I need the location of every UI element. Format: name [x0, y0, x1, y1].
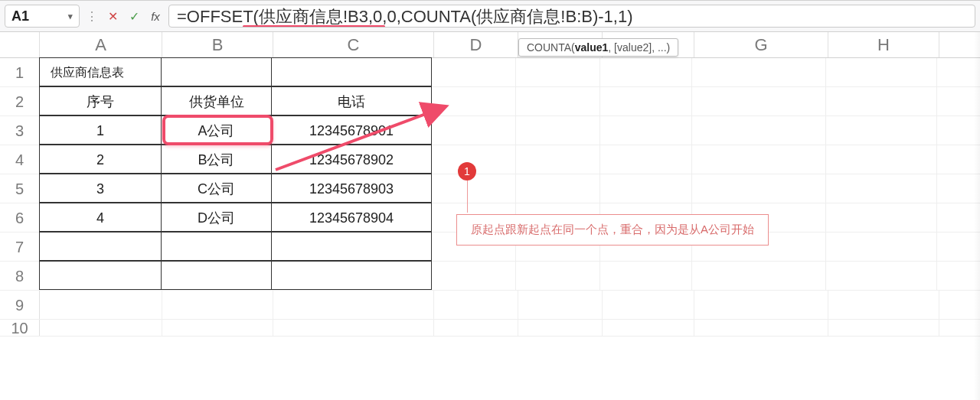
row-header-3[interactable]: 3 [0, 116, 40, 145]
cell-B6[interactable]: D公司 [161, 203, 272, 232]
cell-C6[interactable]: 12345678904 [271, 203, 432, 232]
cell-H2[interactable] [826, 87, 937, 115]
cell-G5[interactable] [692, 174, 826, 203]
cell-D1[interactable] [432, 58, 516, 86]
cell-C4[interactable]: 12345678902 [271, 145, 432, 174]
cell-H3[interactable] [826, 116, 937, 145]
row-4: 4 2 B公司 12345678902 [0, 145, 980, 174]
select-all-corner[interactable] [0, 32, 40, 57]
cell-F8[interactable] [600, 262, 692, 290]
cell-E5[interactable] [516, 174, 600, 203]
cell-E3[interactable] [516, 116, 600, 145]
cell-F10[interactable] [603, 320, 694, 336]
cell-F3[interactable] [600, 116, 692, 145]
cell-H1[interactable] [826, 58, 937, 86]
cell-H5[interactable] [826, 174, 937, 203]
row-header-2[interactable]: 2 [0, 87, 40, 115]
col-header-C[interactable]: C [273, 32, 434, 57]
cell-H9[interactable] [828, 291, 939, 319]
row-3: 3 1 A公司 12345678901 [0, 116, 980, 145]
fx-icon[interactable]: fx [147, 6, 164, 26]
col-header-A[interactable]: A [40, 32, 162, 57]
cell-B4[interactable]: B公司 [161, 145, 272, 174]
cell-D3[interactable] [432, 116, 516, 145]
cell-G4[interactable] [692, 145, 826, 174]
cell-A7[interactable] [39, 232, 162, 261]
cell-A5[interactable]: 3 [39, 174, 162, 203]
cell-C7[interactable] [271, 232, 432, 261]
cell-H10[interactable] [828, 320, 939, 336]
cell-H8[interactable] [826, 262, 937, 290]
cell-F9[interactable] [603, 291, 694, 319]
cell-A8[interactable] [39, 261, 162, 290]
cell-A10[interactable] [40, 320, 162, 336]
formula-tooltip: COUNTA(value1, [value2], ...) [518, 38, 678, 57]
cell-G8[interactable] [692, 262, 826, 290]
cell-A9[interactable] [40, 291, 162, 319]
cell-E10[interactable] [518, 320, 603, 336]
cell-F4[interactable] [600, 145, 692, 174]
row-header-9[interactable]: 9 [0, 291, 40, 319]
col-header-D[interactable]: D [434, 32, 518, 57]
col-header-H[interactable]: H [828, 32, 939, 57]
row-2: 2 序号 供货单位 电话 [0, 87, 980, 116]
cell-G10[interactable] [694, 320, 828, 336]
cell-B2[interactable]: 供货单位 [161, 86, 272, 115]
accept-formula-button[interactable]: ✓ [126, 6, 142, 26]
chevron-down-icon: ▾ [68, 11, 73, 21]
cancel-formula-button[interactable]: ✕ [104, 6, 121, 26]
row-header-7[interactable]: 7 [0, 233, 40, 261]
formula-input[interactable]: =OFFSET(供应商信息!B3,0,0,COUNTA(供应商信息!B:B)-1… [168, 5, 975, 28]
cell-G9[interactable] [694, 291, 828, 319]
cell-A3[interactable]: 1 [39, 115, 162, 145]
cell-G2[interactable] [692, 87, 826, 115]
cell-C1[interactable] [271, 57, 432, 86]
cell-G1[interactable] [692, 58, 826, 86]
cell-F1[interactable] [600, 58, 692, 86]
cell-G3[interactable] [692, 116, 826, 145]
row-header-5[interactable]: 5 [0, 174, 40, 203]
cell-H4[interactable] [826, 145, 937, 174]
cell-E1[interactable] [516, 58, 600, 86]
cell-B7[interactable] [161, 232, 272, 261]
cell-D5[interactable] [432, 174, 516, 203]
cell-D8[interactable] [432, 262, 516, 290]
cell-D9[interactable] [434, 291, 518, 319]
cell-A2[interactable]: 序号 [39, 86, 162, 115]
row-header-6[interactable]: 6 [0, 203, 40, 232]
cell-B8[interactable] [161, 261, 272, 290]
annotation-connector [467, 180, 468, 213]
cell-H7[interactable] [826, 233, 937, 261]
col-header-B[interactable]: B [162, 32, 273, 57]
row-header-1[interactable]: 1 [0, 58, 40, 86]
cell-H6[interactable] [826, 203, 937, 232]
cell-B10[interactable] [162, 320, 273, 336]
cell-D10[interactable] [434, 320, 518, 336]
cell-C2[interactable]: 电话 [271, 86, 432, 115]
col-header-G[interactable]: G [694, 32, 828, 57]
cell-E4[interactable] [516, 145, 600, 174]
cell-F5[interactable] [600, 174, 692, 203]
cell-B9[interactable] [162, 291, 273, 319]
cell-B3[interactable]: A公司 [161, 115, 272, 145]
cell-C3[interactable]: 12345678901 [271, 115, 432, 145]
row-header-10[interactable]: 10 [0, 320, 40, 336]
cell-C8[interactable] [271, 261, 432, 290]
cell-B5[interactable]: C公司 [161, 174, 272, 203]
cell-D2[interactable] [432, 87, 516, 115]
column-headers: A B C D E F G H [0, 32, 980, 58]
cell-A1[interactable]: 供应商信息表 [39, 57, 162, 86]
cell-C9[interactable] [273, 291, 434, 319]
cell-C10[interactable] [273, 320, 434, 336]
cell-C5[interactable]: 12345678903 [271, 174, 432, 203]
cell-A4[interactable]: 2 [39, 145, 162, 174]
cell-F2[interactable] [600, 87, 692, 115]
cell-B1[interactable] [161, 57, 272, 86]
row-header-8[interactable]: 8 [0, 262, 40, 290]
cell-E8[interactable] [516, 262, 600, 290]
cell-E9[interactable] [518, 291, 603, 319]
cell-E2[interactable] [516, 87, 600, 115]
cell-A6[interactable]: 4 [39, 203, 162, 232]
name-box[interactable]: A1 ▾ [5, 5, 80, 28]
row-header-4[interactable]: 4 [0, 145, 40, 174]
